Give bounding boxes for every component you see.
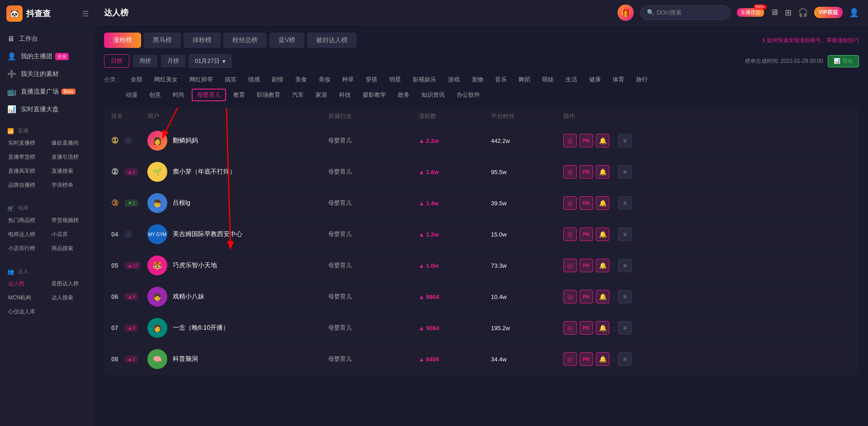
target-btn-4[interactable]: ◎ — [563, 227, 577, 241]
more-btn-2[interactable]: ≡ — [618, 165, 632, 179]
sidebar-item-hot-live[interactable]: 爆款直播间 — [48, 137, 90, 150]
tab-banned[interactable]: 被封达人榜 — [307, 33, 357, 48]
cat-knowledge[interactable]: 知识资讯 — [417, 90, 449, 100]
cat-government[interactable]: 政务 — [393, 90, 414, 100]
sidebar-item-talent-search[interactable]: 达人搜索 — [48, 291, 90, 304]
vip-button[interactable]: VIP权益 — [814, 7, 843, 18]
sidebar-item-live-goods[interactable]: 直播带货榜 — [5, 151, 47, 164]
sidebar-item-brand-live[interactable]: 品牌自播榜 — [5, 179, 47, 192]
sidebar-item-live-windmill[interactable]: 直播风车榜 — [5, 165, 47, 178]
sidebar-item-workbench[interactable]: 🖥 工作台 — [0, 30, 95, 47]
more-btn-8[interactable]: ≡ — [618, 352, 632, 366]
cat-pet[interactable]: 宠物 — [467, 74, 488, 85]
cat-car[interactable]: 汽车 — [288, 90, 308, 100]
pk-btn-5[interactable]: PK — [580, 259, 593, 272]
cat-workplace[interactable]: 职场教育 — [252, 90, 285, 100]
sidebar-item-goods-video[interactable]: 带货视频榜 — [48, 214, 90, 227]
cat-all[interactable]: 全部 — [126, 74, 147, 85]
sidebar-item-talent-rank[interactable]: 达人榜 — [5, 277, 47, 290]
cat-entertainment[interactable]: 影视娱乐 — [408, 74, 441, 85]
tab-fans-decrease[interactable]: 掉粉榜 — [184, 33, 221, 48]
alarm-btn-7[interactable]: 🔔 — [596, 321, 609, 335]
more-btn-4[interactable]: ≡ — [618, 227, 632, 241]
username-5[interactable]: 巧虎乐智小天地 — [173, 261, 217, 270]
more-btn-5[interactable]: ≡ — [618, 259, 632, 272]
cat-sports[interactable]: 体育 — [608, 74, 629, 85]
cat-tech[interactable]: 科技 — [335, 90, 355, 100]
date-picker[interactable]: 01月27日 ▾ — [189, 54, 231, 68]
cat-style[interactable]: 时尚 — [168, 90, 189, 100]
username-4[interactable]: 美吉姆国际早教西安中心 — [173, 230, 242, 238]
pk-btn-3[interactable]: PK — [580, 196, 593, 210]
sidebar-item-realtime[interactable]: 📊 实时直播大盘 — [0, 100, 95, 118]
alarm-btn-2[interactable]: 🔔 — [596, 165, 609, 179]
target-btn-7[interactable]: ◎ — [563, 321, 577, 335]
alarm-btn-5[interactable]: 🔔 — [596, 259, 609, 272]
headphone-icon[interactable]: 🎧 — [798, 8, 808, 18]
sidebar-item-shop-lib[interactable]: 小店库 — [48, 228, 90, 241]
pk-btn-7[interactable]: PK — [580, 321, 593, 335]
tab-blue-v[interactable]: 蓝V榜 — [269, 33, 304, 48]
filter-monthly[interactable]: 月榜 — [161, 55, 185, 67]
username-3[interactable]: 吕根lg — [173, 199, 190, 207]
cat-life[interactable]: 生活 — [561, 74, 582, 85]
cat-food[interactable]: 美食 — [291, 74, 311, 85]
target-btn-1[interactable]: ◎ — [563, 134, 577, 147]
sidebar-item-star-rank[interactable]: 星图达人榜 — [48, 277, 90, 290]
more-btn-3[interactable]: ≡ — [618, 196, 632, 210]
alarm-btn-6[interactable]: 🔔 — [596, 290, 609, 303]
sidebar-item-anchors[interactable]: 👤 我的主播团 企业 — [0, 47, 95, 65]
target-btn-5[interactable]: ◎ — [563, 259, 577, 272]
cat-creative[interactable]: 创意 — [145, 90, 165, 100]
alarm-btn-8[interactable]: 🔔 — [596, 352, 609, 366]
target-btn-8[interactable]: ◎ — [563, 352, 577, 366]
tab-dark-horse[interactable]: 黑马榜 — [144, 33, 181, 48]
more-btn-7[interactable]: ≡ — [618, 321, 632, 335]
gift-icon[interactable]: 🎁 — [618, 5, 634, 21]
live-badge[interactable]: 主播优选 — [737, 8, 764, 17]
cat-education[interactable]: 教育 — [229, 90, 250, 100]
sidebar-item-live-plaza[interactable]: 📺 直播流量广场 Beta — [0, 83, 95, 100]
export-button[interactable]: 📊 导出 — [828, 55, 859, 67]
sidebar-item-shop-rank[interactable]: 小店排行榜 — [5, 242, 47, 255]
cat-drama[interactable]: 剧情 — [267, 74, 288, 85]
sidebar-item-live-traffic[interactable]: 直播引流榜 — [48, 151, 90, 164]
sidebar-item-hot-goods[interactable]: 热门商品榜 — [5, 214, 47, 227]
grid-icon[interactable]: ⊞ — [785, 8, 792, 18]
cat-beauty-female[interactable]: 网红美女 — [150, 74, 182, 85]
cat-funny[interactable]: 搞笑 — [220, 74, 241, 85]
cat-home[interactable]: 家居 — [311, 90, 332, 100]
cat-music[interactable]: 音乐 — [491, 74, 511, 85]
cat-anime[interactable]: 动漫 — [121, 90, 142, 100]
filter-weekly[interactable]: 周榜 — [133, 55, 157, 67]
filter-daily[interactable]: 日榜 — [104, 54, 129, 68]
sidebar-item-mcn[interactable]: MCN机构 — [5, 291, 47, 304]
cat-baby[interactable]: 母婴育儿 — [192, 89, 226, 101]
cat-fashion[interactable]: 穿搭 — [361, 74, 382, 85]
cat-cute-baby[interactable]: 萌娃 — [538, 74, 558, 85]
more-btn-1[interactable]: ≡ — [618, 134, 632, 147]
cat-emotion[interactable]: 情感 — [244, 74, 264, 85]
sidebar-item-materials[interactable]: ➕ 我关注的素材 — [0, 65, 95, 83]
alarm-btn-4[interactable]: 🔔 — [596, 227, 609, 241]
cat-makeup[interactable]: 美妆 — [314, 74, 335, 85]
sidebar-item-ecom-talent[interactable]: 电商达人榜 — [5, 228, 47, 241]
sidebar-item-favorites[interactable]: 心仪达人库 — [5, 305, 47, 318]
cat-travel[interactable]: 旅行 — [632, 74, 652, 85]
user-avatar-icon[interactable]: 👤 — [849, 8, 859, 18]
username-6[interactable]: 戏精小八妹 — [173, 293, 204, 301]
username-1[interactable]: 翻鳞妈妈 — [173, 137, 198, 145]
target-btn-6[interactable]: ◎ — [563, 290, 577, 303]
search-bar[interactable]: 🔍 DOU搜索 — [640, 5, 731, 20]
cat-celeb[interactable]: 明星 — [385, 74, 406, 85]
cat-beauty-male[interactable]: 网红帅哥 — [185, 74, 217, 85]
sidebar-item-realtime-rank[interactable]: 实时直播榜 — [5, 137, 47, 150]
pk-btn-2[interactable]: PK — [580, 165, 593, 179]
username-7[interactable]: 一念（晚6:10开播） — [173, 324, 229, 332]
cat-photo[interactable]: 摄影教学 — [358, 90, 391, 100]
tab-fans-total[interactable]: 粉丝总榜 — [223, 33, 267, 48]
tab-hint[interactable]: ℹ 如何快速发现涨粉账号，掌握涨粉技巧 — [763, 37, 859, 44]
cat-health[interactable]: 健康 — [585, 74, 605, 85]
target-btn-3[interactable]: ◎ — [563, 196, 577, 210]
menu-toggle-icon[interactable]: ☰ — [82, 9, 89, 18]
